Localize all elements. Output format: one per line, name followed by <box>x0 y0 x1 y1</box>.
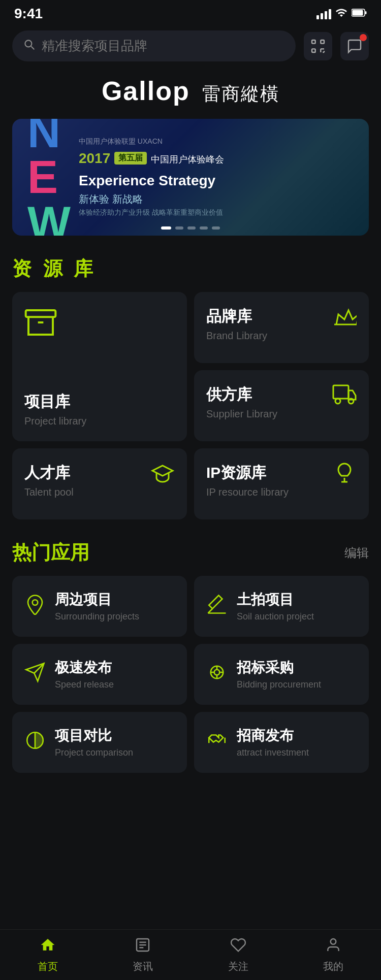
bottom-nav: 首页 资讯 关注 我的 <box>0 929 381 980</box>
resource-grid: 项目库 Project library 品牌库 Brand Library 供方… <box>0 292 381 536</box>
banner-title: Experience Strategy <box>79 172 354 190</box>
svg-rect-10 <box>26 310 56 317</box>
scan-button[interactable] <box>304 32 332 60</box>
banner-dots <box>161 226 220 230</box>
bidding-name-en: Bidding procurement <box>237 679 321 690</box>
app-card-speed[interactable]: 极速发布 Speed release <box>12 644 187 705</box>
hot-apps-header: 热门应用 编辑 <box>0 536 381 576</box>
banner-year: 2017 <box>79 150 110 167</box>
search-input-wrap[interactable] <box>12 30 296 61</box>
handshake-icon <box>206 730 228 756</box>
banner-conference: 中国用户体验峰会 <box>151 153 224 166</box>
app-card-surrounding[interactable]: 周边项目 Surrounding projects <box>12 576 187 637</box>
compare-name-en: Project comparison <box>55 747 133 758</box>
layers-icon <box>206 662 228 688</box>
svg-rect-5 <box>312 49 315 52</box>
auction-name-en: Soil auction project <box>237 611 314 622</box>
invest-name: 招商发布 <box>237 727 309 745</box>
logo-main: Gallop 雷商縱橫 <box>102 76 279 106</box>
signal-icon <box>316 8 331 19</box>
project-lib-name: 项目库 <box>24 391 175 412</box>
surrounding-name-en: Surrounding projects <box>55 611 139 622</box>
svg-point-16 <box>33 600 38 605</box>
person-icon <box>325 937 341 957</box>
banner-subtitle: 新体验 新战略 <box>79 192 354 206</box>
graduation-icon <box>150 461 175 487</box>
banner[interactable]: N E W 中国用户体验联盟 UXACN 2017 第五届 中国用户体验峰会 E… <box>12 119 369 236</box>
auction-name: 土拍项目 <box>237 591 314 609</box>
resource-card-ip[interactable]: IP资源库 IP resource library <box>194 448 369 519</box>
hot-apps-edit[interactable]: 编辑 <box>344 545 369 561</box>
crown-icon <box>332 304 357 331</box>
brand-lib-sub: Brand Library <box>206 330 357 342</box>
project-lib-sub: Project library <box>24 415 175 427</box>
app-card-bidding[interactable]: 招标采购 Bidding procurement <box>194 644 369 705</box>
svg-point-22 <box>214 669 220 675</box>
svg-rect-3 <box>312 40 315 44</box>
header-actions <box>304 32 369 60</box>
status-bar: 9:41 <box>0 0 381 25</box>
bidding-name: 招标采购 <box>237 659 321 677</box>
banner-info: 中国用户体验联盟 UXACN 2017 第五届 中国用户体验峰会 Experie… <box>79 137 354 217</box>
svg-point-14 <box>348 399 354 404</box>
apps-grid: 周边项目 Surrounding projects 土拍项目 Soil auct… <box>0 576 381 783</box>
bulb-icon <box>332 461 357 487</box>
nav-profile[interactable]: 我的 <box>286 930 382 980</box>
contrast-icon <box>24 730 46 756</box>
nav-follow-label: 关注 <box>228 960 248 973</box>
search-bar-row <box>0 25 381 67</box>
search-input[interactable] <box>42 38 285 54</box>
speed-name: 极速发布 <box>55 659 114 677</box>
resource-card-talent[interactable]: 人才库 Talent pool <box>12 448 187 519</box>
gavel-icon <box>206 594 228 619</box>
location-icon <box>24 594 46 619</box>
resource-card-brand[interactable]: 品牌库 Brand Library <box>194 292 369 363</box>
svg-rect-12 <box>333 385 348 399</box>
wifi-icon <box>335 7 347 21</box>
message-badge <box>360 34 367 41</box>
banner-tag: 第五届 <box>114 152 147 165</box>
talent-lib-sub: Talent pool <box>24 486 175 498</box>
banner-content: N E W 中国用户体验联盟 UXACN 2017 第五届 中国用户体验峰会 E… <box>12 119 369 236</box>
app-card-auction[interactable]: 土拍项目 Soil auction project <box>194 576 369 637</box>
supplier-lib-sub: Supplier Library <box>206 408 357 420</box>
search-icon <box>22 38 36 54</box>
nav-news-label: 资讯 <box>133 960 153 973</box>
svg-rect-1 <box>353 10 363 15</box>
send-icon <box>24 662 46 688</box>
heart-icon <box>230 937 246 957</box>
resource-card-supplier[interactable]: 供方库 Supplier Library <box>194 370 369 441</box>
resource-card-project[interactable]: 项目库 Project library <box>12 292 187 441</box>
nav-follow[interactable]: 关注 <box>190 930 286 980</box>
svg-rect-2 <box>365 11 367 14</box>
banner-new-text: N E W <box>27 119 69 236</box>
nav-home-label: 首页 <box>38 960 58 973</box>
surrounding-name: 周边项目 <box>55 591 139 609</box>
box-icon <box>24 306 175 341</box>
svg-point-34 <box>331 939 336 944</box>
nav-news[interactable]: 资讯 <box>96 930 191 980</box>
status-icons <box>316 7 367 21</box>
message-button[interactable] <box>340 32 369 60</box>
status-time: 9:41 <box>14 6 43 22</box>
svg-point-13 <box>335 399 340 404</box>
svg-rect-4 <box>321 40 324 44</box>
truck-icon <box>332 382 357 409</box>
nav-profile-label: 我的 <box>323 960 343 973</box>
invest-name-en: attract investment <box>237 747 309 758</box>
resource-lib-title: 资 源 库 <box>0 252 381 292</box>
app-card-compare[interactable]: 项目对比 Project comparison <box>12 712 187 773</box>
compare-name: 项目对比 <box>55 727 133 745</box>
news-icon <box>135 937 151 957</box>
speed-name-en: Speed release <box>55 679 114 690</box>
hot-apps-title: 热门应用 <box>12 540 89 566</box>
ip-lib-sub: IP resource library <box>206 486 357 498</box>
app-card-invest[interactable]: 招商发布 attract investment <box>194 712 369 773</box>
banner-logo-text: 中国用户体验联盟 UXACN <box>79 137 354 146</box>
battery-icon <box>352 8 367 20</box>
home-icon <box>40 937 56 957</box>
nav-home[interactable]: 首页 <box>0 930 96 980</box>
banner-desc: 体验经济助力产业升级 战略革新重塑商业价值 <box>79 208 354 217</box>
logo-section: Gallop 雷商縱橫 <box>0 67 381 119</box>
